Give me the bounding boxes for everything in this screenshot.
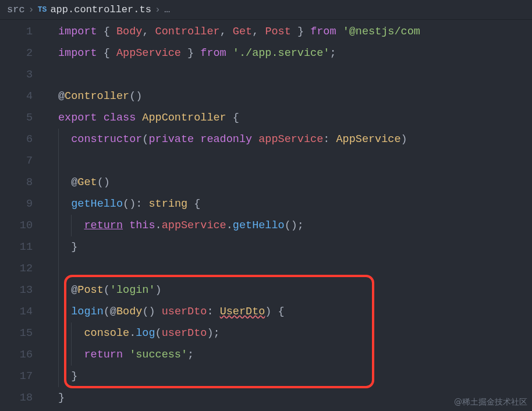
code-token: : — [323, 133, 336, 146]
code-token: log — [136, 327, 155, 339]
code-token: ( — [104, 284, 110, 296]
line-number: 18 — [0, 387, 33, 409]
indent-guide — [71, 323, 72, 344]
code-token: console — [84, 327, 129, 339]
code-line[interactable]: login(@Body() userDto: UserDto) { — [45, 301, 532, 323]
code-token — [58, 176, 71, 189]
watermark-text: @稀土掘金技术社区 — [454, 397, 527, 408]
code-token — [304, 26, 310, 38]
code-line[interactable]: getHello(): string { — [45, 193, 532, 215]
typescript-icon: TS — [38, 5, 47, 14]
code-token: Body — [116, 306, 142, 318]
code-token — [110, 26, 116, 38]
code-token — [110, 47, 116, 59]
code-line[interactable] — [45, 64, 532, 86]
breadcrumb-folder[interactable]: src — [7, 4, 25, 15]
indent-guide — [58, 366, 59, 387]
code-line[interactable]: @Post('login') — [45, 279, 532, 301]
code-token: () — [129, 90, 142, 102]
code-token — [58, 370, 71, 382]
line-number: 9 — [0, 193, 33, 215]
code-token — [136, 112, 142, 124]
code-token: return — [84, 349, 123, 361]
code-token: @ — [71, 284, 77, 296]
code-token: from — [200, 47, 226, 59]
code-token — [58, 198, 71, 210]
code-token: Controller — [155, 26, 220, 38]
line-number: 4 — [0, 86, 33, 107]
code-token: (): — [123, 198, 148, 210]
code-token: Body — [116, 26, 142, 38]
code-line[interactable]: export class AppController { — [45, 107, 532, 129]
code-token: ; — [329, 47, 336, 59]
code-token — [252, 133, 258, 146]
breadcrumb-filename[interactable]: app.controller.ts — [50, 4, 151, 15]
code-line[interactable]: return 'success'; — [45, 344, 532, 366]
code-token: AppService — [116, 47, 181, 59]
code-content[interactable]: import { Body, Controller, Get, Post } f… — [45, 21, 532, 409]
chevron-right-icon: › — [155, 4, 161, 15]
code-token — [226, 47, 233, 59]
code-token — [123, 219, 129, 232]
code-token: : — [207, 306, 219, 318]
code-token: } — [187, 47, 194, 59]
code-token: 'login' — [110, 284, 155, 296]
breadcrumb[interactable]: src › TS app.controller.ts › … — [0, 0, 532, 20]
code-token: ) — [155, 284, 162, 296]
code-line[interactable]: @Controller() — [45, 86, 532, 107]
code-token — [97, 47, 104, 59]
code-line[interactable]: console.log(userDto); — [45, 323, 532, 344]
code-line[interactable]: constructor(private readonly appService:… — [45, 129, 532, 150]
code-token: UserDto — [220, 306, 265, 318]
indent-guide — [58, 301, 59, 323]
code-token: '@nestjs/com — [343, 26, 420, 38]
code-token: { — [233, 112, 239, 124]
line-number: 12 — [0, 258, 33, 279]
code-token — [97, 112, 104, 124]
code-line[interactable]: import { Body, Controller, Get, Post } f… — [45, 21, 532, 42]
code-token: userDto — [162, 327, 207, 339]
code-token: { — [194, 198, 200, 210]
code-token: 'success' — [129, 349, 187, 361]
code-token — [407, 133, 414, 146]
code-token: appService — [162, 219, 226, 232]
code-editor[interactable]: 123456789101112131415161718 import { Bod… — [0, 20, 532, 409]
code-line[interactable]: } — [45, 236, 532, 258]
code-token: ( — [155, 327, 162, 339]
code-token — [58, 133, 71, 146]
line-number: 15 — [0, 323, 33, 344]
code-token: AppService — [336, 133, 400, 146]
code-token: export — [58, 112, 97, 124]
code-token: @ — [58, 90, 65, 102]
line-number: 17 — [0, 366, 33, 387]
code-token — [187, 198, 194, 210]
code-token: { — [104, 47, 110, 59]
line-number: 10 — [0, 215, 33, 236]
code-token: from — [310, 26, 336, 38]
code-token: return — [84, 219, 123, 232]
code-token: . — [226, 219, 233, 232]
code-token — [226, 112, 233, 124]
code-line[interactable] — [45, 150, 532, 172]
code-token: () — [97, 176, 110, 189]
code-token — [181, 47, 187, 59]
code-line[interactable]: return this.appService.getHello(); — [45, 215, 532, 236]
code-line[interactable]: @Get() — [45, 172, 532, 193]
code-token — [97, 26, 104, 38]
code-token: ( — [104, 306, 110, 318]
code-token: getHello — [71, 198, 123, 210]
code-token: } — [71, 241, 77, 253]
line-number: 11 — [0, 236, 33, 258]
breadcrumb-more[interactable]: … — [164, 4, 170, 15]
code-line[interactable] — [45, 258, 532, 279]
code-token: userDto — [162, 306, 207, 318]
code-token: ); — [207, 327, 219, 339]
indent-guide — [71, 215, 72, 236]
code-token — [194, 47, 200, 59]
indent-guide — [58, 172, 59, 193]
code-token: Post — [77, 284, 103, 296]
code-token: , — [142, 26, 155, 38]
code-line[interactable]: import { AppService } from './app.servic… — [45, 42, 532, 64]
code-token: import — [58, 26, 97, 38]
code-line[interactable]: } — [45, 366, 532, 387]
